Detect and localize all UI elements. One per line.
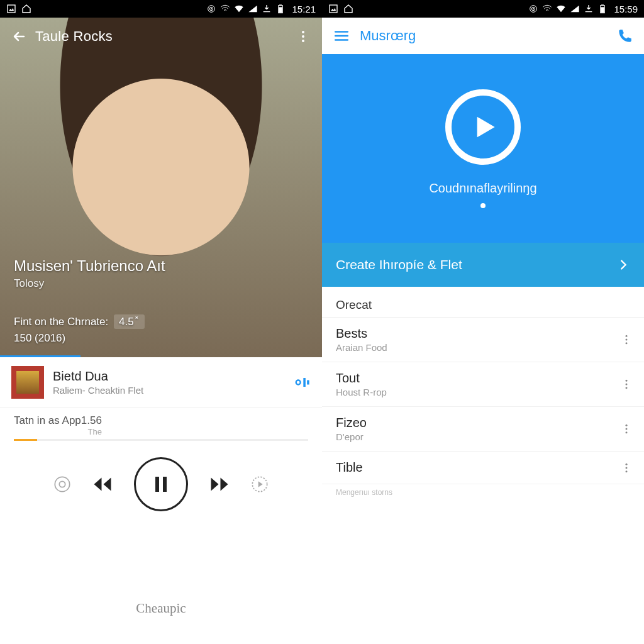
rating-label: Fint on the Chrnate:	[14, 316, 108, 328]
play-icon	[465, 109, 501, 145]
svg-rect-6	[279, 4, 282, 5]
signal-icon	[248, 4, 258, 14]
nav-back-icon[interactable]	[46, 620, 62, 636]
status-time: 15:21	[292, 4, 316, 14]
phone-icon[interactable]	[616, 28, 633, 44]
svg-marker-22	[331, 8, 336, 11]
wifi-icon	[234, 4, 244, 14]
svg-point-8	[302, 31, 304, 33]
create-row[interactable]: Create I‌hıropíe & Flet	[322, 243, 644, 287]
svg-rect-12	[303, 378, 306, 387]
svg-point-31	[626, 339, 628, 341]
list-item[interactable]: Fizeo D'epor	[322, 407, 644, 452]
footer-text: Mengerıuı storns	[322, 484, 644, 501]
svg-point-4	[211, 8, 212, 9]
target-icon	[528, 4, 538, 14]
list-item-title: Bests	[336, 326, 387, 341]
repeat-icon	[53, 475, 71, 493]
status-bar: 15:59	[322, 0, 644, 18]
create-label: Create I‌hıropíe & Flet	[336, 257, 462, 272]
wifi-outline-icon	[220, 4, 230, 14]
svg-point-25	[533, 8, 534, 9]
more-vert-icon[interactable]	[296, 29, 311, 44]
svg-marker-29	[477, 116, 495, 137]
play-circle[interactable]	[445, 89, 521, 165]
more-vert-icon[interactable]	[620, 423, 633, 435]
signal-icon	[570, 4, 580, 14]
status-bar: 15:21	[0, 0, 322, 18]
hero-meta-line2: 150 (2016)	[14, 332, 165, 345]
appbar: Musrœrg	[322, 18, 644, 54]
home-status-icon	[343, 4, 353, 14]
menu-icon[interactable]	[333, 28, 350, 44]
list-item-title: Tible	[336, 460, 363, 475]
svg-marker-19	[258, 481, 263, 487]
repeat-button[interactable]	[53, 475, 71, 493]
list-item-sub: Houst R-rop	[336, 387, 387, 397]
nav-bar	[322, 613, 644, 644]
list-item[interactable]: Bests Araian Food	[322, 318, 644, 362]
next-button[interactable]	[208, 473, 231, 496]
target-icon	[206, 4, 216, 14]
now-playing-row[interactable]: Bietd Dua Raliem- Cheaktin Flet	[0, 357, 322, 408]
artist-hero: Taule Rocks Musisen' Tubrienco Aıt Tolos…	[0, 18, 322, 357]
nav-home-icon[interactable]	[154, 620, 170, 636]
svg-point-30	[626, 335, 628, 337]
chevron-right-icon	[616, 258, 630, 272]
svg-rect-27	[601, 4, 604, 5]
queue-button[interactable]	[251, 475, 269, 493]
queue-icon	[251, 475, 269, 493]
svg-point-11	[296, 380, 301, 385]
svg-rect-0	[8, 5, 15, 13]
more-vert-icon[interactable]	[620, 462, 633, 474]
wifi-icon	[556, 4, 566, 14]
list-item-sub: Araian Food	[336, 342, 387, 353]
nav-back-icon[interactable]	[368, 620, 384, 636]
hero-panel: Coudnınaflayrilinŋg	[322, 54, 644, 243]
svg-rect-17	[163, 477, 167, 492]
download-icon	[262, 4, 272, 14]
more-vert-icon[interactable]	[620, 378, 633, 391]
nav-recent-icon[interactable]	[262, 621, 276, 635]
svg-point-14	[55, 477, 69, 491]
battery-icon	[275, 4, 286, 14]
artist-subtitle: Tolosy	[14, 277, 165, 290]
list-item[interactable]: Tout Houst R-rop	[322, 362, 644, 407]
pause-icon	[150, 473, 172, 496]
status-time: 15:59	[614, 4, 638, 14]
list-item[interactable]: Tible	[322, 452, 644, 484]
skip-previous-icon	[91, 473, 114, 496]
svg-point-38	[626, 431, 628, 433]
svg-point-39	[626, 463, 628, 465]
svg-point-34	[626, 384, 628, 386]
nav-home-icon[interactable]	[476, 620, 492, 636]
player-controls	[0, 457, 322, 511]
svg-point-40	[626, 467, 628, 469]
track-artist: Raliem- Cheaktin Flet	[53, 385, 143, 396]
more-vert-icon[interactable]	[620, 333, 633, 346]
prev-button[interactable]	[91, 473, 114, 496]
svg-point-9	[302, 35, 304, 38]
play-pause-button[interactable]	[134, 457, 188, 511]
hero-text: Coudnınaflayrilinŋg	[429, 181, 536, 196]
skip-next-icon	[208, 473, 231, 496]
list-item-sub: D'epor	[336, 431, 367, 442]
svg-rect-21	[330, 5, 337, 13]
appbar-title: Taule Rocks	[35, 28, 113, 45]
svg-point-15	[59, 481, 65, 487]
svg-rect-28	[601, 7, 604, 13]
svg-marker-1	[9, 8, 14, 11]
back-icon[interactable]	[11, 29, 26, 44]
mini-progress[interactable]	[14, 439, 308, 441]
rating-badge: 4.5˟	[114, 314, 145, 329]
album-art	[11, 366, 44, 399]
svg-rect-20	[265, 624, 274, 633]
image-icon	[6, 4, 16, 14]
nav-bar	[0, 613, 322, 644]
appbar-title: Musrœrg	[360, 28, 416, 44]
svg-point-32	[626, 342, 628, 344]
equalizer-icon[interactable]	[293, 374, 311, 391]
nav-recent-icon[interactable]	[584, 621, 598, 635]
svg-point-35	[626, 387, 628, 389]
battery-icon	[597, 4, 608, 14]
